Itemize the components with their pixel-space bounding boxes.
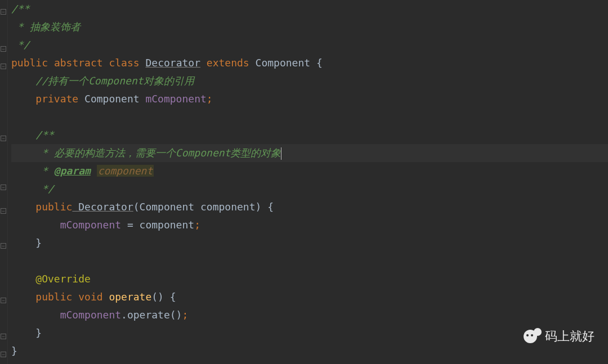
code-line (11, 252, 608, 270)
code-line: */ (11, 36, 608, 54)
fold-marker[interactable]: − (1, 9, 6, 15)
code-line: * @param component (11, 162, 608, 180)
code-line: //持有一个Component对象的引用 (11, 72, 608, 90)
fold-marker[interactable]: − (1, 352, 6, 357)
fold-marker[interactable]: − (1, 334, 6, 339)
code-line: mComponent.operate(); (11, 306, 608, 324)
code-line (11, 108, 608, 126)
fold-marker[interactable]: − (1, 298, 6, 303)
code-line: * 抽象装饰者 (11, 18, 608, 36)
code-line: } (11, 324, 608, 342)
fold-marker[interactable]: − (1, 243, 6, 249)
fold-marker[interactable]: − (1, 64, 6, 69)
code-line-caret: * 必要的构造方法，需要一个Component类型的对象 (11, 144, 608, 162)
code-line: mComponent = component; (11, 216, 608, 234)
watermark: 码上就好 (524, 328, 594, 345)
code-line: public void operate() { (11, 288, 608, 306)
code-editor[interactable]: − − − − − − − − − − /** * 抽象装饰者 */ publi… (0, 0, 608, 364)
code-area[interactable]: /** * 抽象装饰者 */ public abstract class Dec… (8, 0, 608, 364)
fold-marker[interactable]: − (1, 46, 6, 52)
fold-marker[interactable]: − (1, 136, 6, 141)
text-caret (281, 147, 281, 160)
fold-marker[interactable]: − (1, 208, 6, 214)
code-line: } (11, 342, 608, 360)
watermark-text: 码上就好 (545, 328, 594, 345)
wechat-icon (524, 328, 540, 345)
code-line: private Component mComponent; (11, 90, 608, 108)
code-line: public Decorator(Component component) { (11, 198, 608, 216)
code-line: /** (11, 0, 608, 18)
code-line: /** (11, 126, 608, 144)
folding-gutter[interactable]: − − − − − − − − − − (0, 0, 8, 364)
code-line: @Override (11, 270, 608, 288)
code-line: public abstract class Decorator extends … (11, 54, 608, 72)
fold-marker[interactable]: − (1, 185, 6, 190)
code-line: } (11, 234, 608, 252)
code-line: */ (11, 180, 608, 198)
